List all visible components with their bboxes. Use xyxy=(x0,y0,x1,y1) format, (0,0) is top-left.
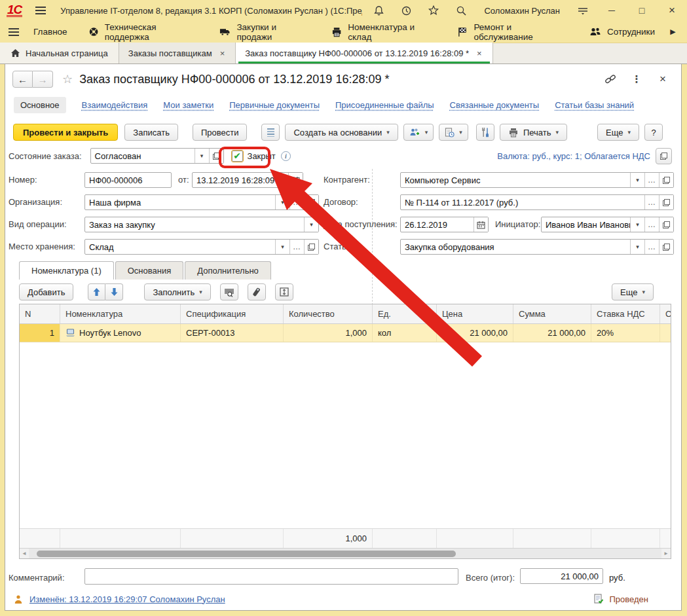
total-field[interactable]: 21 000,00 xyxy=(520,568,603,584)
print-button[interactable]: Печать ▾ xyxy=(500,124,567,141)
current-user[interactable]: Соломахин Руслан xyxy=(484,6,560,16)
choose-icon[interactable]: … xyxy=(289,195,304,209)
post-button[interactable]: Провести xyxy=(193,124,248,141)
comment-input[interactable] xyxy=(84,568,458,585)
open-icon[interactable] xyxy=(209,149,223,163)
receipt-date-field[interactable]: 26.12.2019 xyxy=(400,217,489,232)
calendar-icon[interactable] xyxy=(473,217,488,232)
open-icon[interactable] xyxy=(304,240,318,254)
choose-icon[interactable]: … xyxy=(644,173,659,187)
dropdown-caret-icon[interactable]: ▾ xyxy=(275,240,289,254)
section-purchases-sales[interactable]: Закупки и продажи xyxy=(209,21,321,43)
dropdown-caret-icon[interactable]: ▾ xyxy=(630,173,644,187)
calendar-icon[interactable] xyxy=(288,173,303,187)
window-close-button[interactable]: × xyxy=(663,4,680,17)
subordination-structure-button[interactable] xyxy=(261,124,280,141)
tab-close-icon[interactable]: × xyxy=(219,48,227,58)
dropdown-caret-icon[interactable]: ▾ xyxy=(195,149,209,163)
closed-checkbox-label[interactable]: Закрыт xyxy=(248,151,276,161)
choose-icon[interactable]: … xyxy=(644,195,659,209)
navlink-interactions[interactable]: Взаимодействия xyxy=(82,100,148,110)
choose-icon[interactable]: … xyxy=(644,217,659,232)
post-and-close-button[interactable]: Провести и закрыть xyxy=(13,124,118,141)
get-link-icon[interactable] xyxy=(603,72,618,86)
section-repair-service[interactable]: Ремонт и обслуживание xyxy=(447,21,579,43)
operation-type-field[interactable]: Заказ на закупку ▾ xyxy=(84,217,319,232)
sections-overflow-icon[interactable]: ▶ xyxy=(665,27,680,36)
column-header-n[interactable]: N xyxy=(20,304,60,323)
service-menu-icon[interactable] xyxy=(576,3,590,18)
dropdown-caret-icon[interactable]: ▾ xyxy=(630,240,644,254)
column-header-quantity[interactable]: Количество xyxy=(284,304,373,323)
tab-close-icon[interactable]: × xyxy=(475,48,483,58)
open-icon[interactable] xyxy=(659,173,673,187)
move-row-up-button[interactable] xyxy=(88,283,105,300)
barcode-search-button[interactable] xyxy=(220,283,238,300)
section-tech-support[interactable]: Техническая поддержка xyxy=(78,21,210,43)
favorites-star-icon[interactable] xyxy=(426,3,441,18)
column-header-nomenclature[interactable]: Номенклатура xyxy=(60,304,181,323)
column-header-truncated[interactable]: Су xyxy=(660,304,671,323)
navlink-primary-documents[interactable]: Первичные документы xyxy=(229,100,320,110)
number-field[interactable]: НФ00-000006 xyxy=(84,172,172,188)
contract-field[interactable]: № П-114 от 11.12.2017 (руб.) … xyxy=(400,194,674,210)
dropdown-caret-icon[interactable]: ▾ xyxy=(630,217,644,232)
date-field[interactable]: 13.12.2019 16:28:09 xyxy=(192,172,303,188)
tab-nomenclature[interactable]: Номенклатура (1) xyxy=(19,261,114,280)
column-header-vat-rate[interactable]: Ставка НДС xyxy=(591,304,660,323)
window-maximize-button[interactable]: □ xyxy=(633,5,650,16)
horizontal-scrollbar[interactable]: ◄ ► xyxy=(20,548,671,558)
scrollbar-thumb[interactable] xyxy=(37,551,456,557)
history-back-button[interactable]: ← xyxy=(12,71,33,88)
tab-supplier-orders-list[interactable]: Заказы поставщикам × xyxy=(119,43,236,63)
column-header-unit[interactable]: Ед. xyxy=(373,304,437,323)
open-icon[interactable] xyxy=(659,240,673,254)
scroll-right-icon[interactable]: ► xyxy=(661,551,671,556)
column-header-specification[interactable]: Спецификация xyxy=(181,304,284,323)
tab-supplier-order-document[interactable]: Заказ поставщику НФ00-000006 от 13.12.20… xyxy=(236,43,492,63)
organization-field[interactable]: Наша фирма ▾ … xyxy=(84,194,319,210)
navlink-related-documents[interactable]: Связанные документы xyxy=(450,100,540,110)
document-log-button[interactable]: ▾ xyxy=(439,124,468,141)
section-main[interactable]: Главное xyxy=(23,21,78,43)
more-actions-icon[interactable]: ⋮ xyxy=(629,72,644,86)
write-button[interactable]: Записать xyxy=(124,124,178,141)
choose-icon[interactable]: … xyxy=(289,240,304,254)
fill-button[interactable]: Заполнить ▾ xyxy=(144,283,210,300)
section-nomenclature-warehouse[interactable]: Номенклатура и склад xyxy=(321,21,447,43)
open-icon[interactable] xyxy=(659,217,673,232)
currency-settings-link[interactable]: Валюта: руб., курс: 1; Облагается НДС xyxy=(497,151,650,161)
modified-link[interactable]: Изменён: 13.12.2019 16:29:07 Соломахин Р… xyxy=(29,594,225,604)
service-tools-button[interactable] xyxy=(476,124,494,141)
dropdown-caret-icon[interactable]: ▾ xyxy=(275,195,289,209)
scanner-button[interactable] xyxy=(248,283,266,300)
history-icon[interactable] xyxy=(399,3,413,18)
favorite-star-icon[interactable]: ☆ xyxy=(62,72,73,86)
info-icon[interactable]: i xyxy=(281,151,291,161)
fit-rows-button[interactable] xyxy=(275,283,293,300)
create-based-on-button[interactable]: Создать на основании ▾ xyxy=(285,124,398,141)
sections-hamburger-icon[interactable] xyxy=(7,25,20,39)
navlink-attached-files[interactable]: Присоединенные файлы xyxy=(335,100,434,110)
dropdown-caret-icon[interactable]: ▾ xyxy=(304,217,318,232)
navlink-knowledge-base[interactable]: Статьи базы знаний xyxy=(555,100,634,110)
open-icon[interactable] xyxy=(304,195,318,209)
choose-icon[interactable]: … xyxy=(644,240,659,254)
document-close-icon[interactable]: × xyxy=(656,72,670,86)
column-header-price[interactable]: Цена xyxy=(437,304,513,323)
move-row-down-button[interactable] xyxy=(105,283,123,300)
window-minimize-button[interactable]: ─ xyxy=(603,5,620,16)
add-row-button[interactable]: Добавить xyxy=(19,283,73,300)
navlink-main[interactable]: Основное xyxy=(14,97,66,113)
scroll-left-icon[interactable]: ◄ xyxy=(20,551,29,556)
help-button[interactable]: ? xyxy=(644,124,663,141)
order-status-combobox[interactable]: Согласован ▾ xyxy=(90,148,224,164)
scrollbar-track[interactable] xyxy=(29,549,661,558)
section-employees[interactable]: Сотрудники xyxy=(579,21,665,43)
initiator-field[interactable]: Иванов Иван Иванович ▾ … xyxy=(541,217,674,232)
more-button[interactable]: Еще ▾ xyxy=(597,124,639,141)
article-field[interactable]: Закупка оборудования ▾ … xyxy=(400,239,674,255)
tab-home-page[interactable]: Начальная страница xyxy=(0,43,119,63)
contractor-field[interactable]: Компьютер Сервис ▾ … xyxy=(400,172,674,188)
closed-checkbox-wrap[interactable]: ✔ Закрыт xyxy=(232,151,276,162)
